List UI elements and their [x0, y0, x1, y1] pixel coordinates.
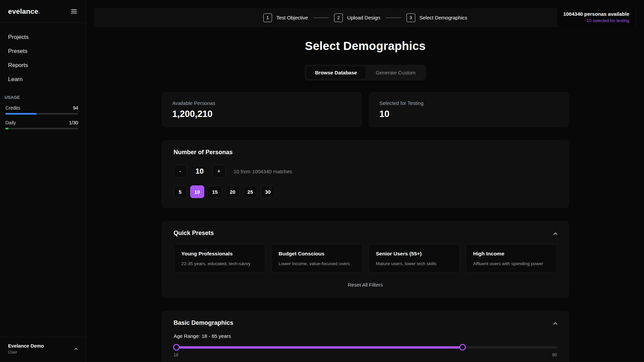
preset-desc: Mature users, lower tech skills — [376, 261, 452, 266]
sidebar: evelance. Projects Presets Reports Learn… — [0, 0, 87, 362]
tab-generate-custom[interactable]: Generate Custom — [367, 66, 424, 79]
count-option-25[interactable]: 25 — [243, 185, 258, 198]
preset-senior-users[interactable]: Senior Users (55+) Mature users, lower t… — [368, 244, 460, 273]
age-range-slider — [174, 344, 557, 351]
daily-progressbar — [5, 128, 78, 129]
step-connector — [313, 17, 329, 18]
section-title: Basic Demographics — [174, 319, 233, 326]
tab-bar: Browse Database Generate Custom — [305, 65, 426, 80]
stat-value: 1,200,210 — [172, 109, 352, 119]
preset-grid: Young Professionals 22-35 years, educate… — [174, 244, 557, 273]
preset-desc: Affluent users with spending power — [473, 261, 549, 266]
step-upload-design[interactable]: 2 Upload Design — [334, 13, 380, 22]
chevron-up-icon[interactable] — [553, 321, 557, 325]
slider-handle-min[interactable] — [173, 344, 180, 351]
user-name: Evelance Demo — [8, 343, 44, 349]
stat-card-selected-for-testing: Selected for Testing 10 — [369, 92, 569, 127]
selected-for-testing-text: 10 selected for testing — [563, 18, 629, 23]
step-connector — [386, 17, 401, 18]
preset-high-income[interactable]: High Income Affluent users with spending… — [466, 244, 557, 273]
stat-label: Available Personas — [172, 100, 352, 106]
daily-bar-fill — [5, 128, 8, 129]
step-3-number: 3 — [407, 13, 415, 22]
sidebar-item-projects[interactable]: Projects — [0, 30, 86, 44]
personas-count: 10 — [187, 167, 212, 176]
personas-stepper: - 10 + 10 from 1004340 matches — [174, 165, 557, 178]
count-option-15[interactable]: 15 — [208, 185, 222, 198]
step-2-label: Upload Design — [347, 15, 380, 20]
preset-young-professionals[interactable]: Young Professionals 22-35 years, educate… — [174, 244, 265, 273]
step-test-objective[interactable]: 1 Test Objective — [263, 13, 308, 22]
preset-desc: Lower income, value-focused users — [279, 261, 355, 266]
hamburger-menu-icon[interactable] — [70, 8, 78, 15]
sidebar-header: evelance. — [0, 0, 86, 23]
step-select-demographics[interactable]: 3 Select Demographics — [407, 13, 468, 22]
credits-row: Credits 94 — [5, 105, 78, 111]
slider-handle-max[interactable] — [459, 344, 466, 351]
wizard-steps: 1 Test Objective 2 Upload Design 3 Selec… — [263, 13, 467, 22]
logo-dot: . — [38, 7, 40, 15]
daily-label: Daily — [5, 120, 16, 125]
stat-value: 10 — [379, 109, 558, 119]
sidebar-item-reports[interactable]: Reports — [0, 58, 86, 72]
chevron-up-icon[interactable] — [74, 347, 78, 351]
sidebar-item-learn[interactable]: Learn — [0, 72, 86, 86]
logo-text: evelance — [8, 7, 38, 15]
step-1-label: Test Objective — [276, 15, 308, 20]
stat-label: Selected for Testing — [379, 100, 558, 106]
slider-scale: 18 80 — [174, 353, 557, 357]
wizard-topbar: 1 Test Objective 2 Upload Design 3 Selec… — [94, 8, 636, 27]
count-option-5[interactable]: 5 — [174, 185, 187, 198]
preset-name: Senior Users (55+) — [376, 251, 452, 257]
main-area: 1 Test Objective 2 Upload Design 3 Selec… — [87, 0, 644, 362]
scale-max-label: 80 — [552, 353, 557, 357]
tab-browse-database[interactable]: Browse Database — [306, 66, 366, 79]
stats-row: Available Personas 1,200,210 Selected fo… — [162, 92, 569, 127]
reset-wrap: Reset All Filters — [174, 282, 557, 288]
decrement-button[interactable]: - — [174, 165, 187, 178]
increment-button[interactable]: + — [212, 165, 226, 178]
preset-name: Young Professionals — [181, 251, 258, 257]
page-title: Select Demographics — [87, 39, 644, 53]
user-menu[interactable]: Evelance Demo User — [0, 337, 86, 362]
preset-desc: 22-35 years, educated, tech-savvy — [181, 261, 258, 266]
quick-presets-section: Quick Presets Young Professionals 22-35 … — [162, 221, 569, 298]
scale-min-label: 18 — [174, 353, 178, 357]
credits-value: 94 — [73, 105, 78, 111]
daily-row: Daily 1/30 — [5, 120, 78, 125]
credits-label: Credits — [5, 105, 20, 111]
basic-demographics-header[interactable]: Basic Demographics — [174, 319, 557, 326]
personas-available-text: 1004340 personas available — [563, 11, 629, 17]
tabs-wrap: Browse Database Generate Custom — [87, 65, 644, 80]
personas-count-options: 5 10 15 20 25 30 — [174, 185, 557, 198]
preset-name: Budget Conscious — [279, 251, 355, 257]
user-info: Evelance Demo User — [8, 343, 44, 355]
sidebar-item-presets[interactable]: Presets — [0, 44, 86, 58]
age-range-label: Age Range: 18 - 65 years — [174, 333, 557, 339]
section-title: Number of Personas — [174, 149, 557, 156]
preset-budget-conscious[interactable]: Budget Conscious Lower income, value-foc… — [271, 244, 363, 273]
count-option-30[interactable]: 30 — [261, 185, 275, 198]
credits-progressbar — [5, 113, 78, 115]
count-option-10[interactable]: 10 — [190, 185, 205, 198]
usage-title: USAGE — [5, 95, 78, 100]
number-of-personas-section: Number of Personas - 10 + 10 from 100434… — [162, 140, 569, 208]
credits-bar-fill — [5, 113, 37, 115]
content-column: Available Personas 1,200,210 Selected fo… — [162, 92, 569, 362]
step-3-label: Select Demographics — [420, 15, 468, 20]
sidebar-nav: Projects Presets Reports Learn — [0, 23, 86, 86]
chevron-up-icon[interactable] — [553, 231, 557, 235]
reset-all-filters-button[interactable]: Reset All Filters — [348, 282, 383, 288]
matches-text: 10 from 1004340 matches — [234, 169, 292, 174]
slider-fill — [176, 346, 463, 349]
logo: evelance. — [8, 7, 40, 15]
basic-demographics-section: Basic Demographics Age Range: 18 - 65 ye… — [162, 311, 569, 362]
personas-summary: 1004340 personas available 10 selected f… — [557, 8, 635, 27]
preset-name: High Income — [473, 251, 549, 257]
user-role: User — [8, 350, 44, 355]
usage-panel: USAGE Credits 94 Daily 1/30 — [0, 86, 86, 129]
section-title: Quick Presets — [174, 230, 214, 237]
step-1-number: 1 — [263, 13, 272, 22]
quick-presets-header[interactable]: Quick Presets — [174, 230, 557, 237]
count-option-20[interactable]: 20 — [225, 185, 240, 198]
